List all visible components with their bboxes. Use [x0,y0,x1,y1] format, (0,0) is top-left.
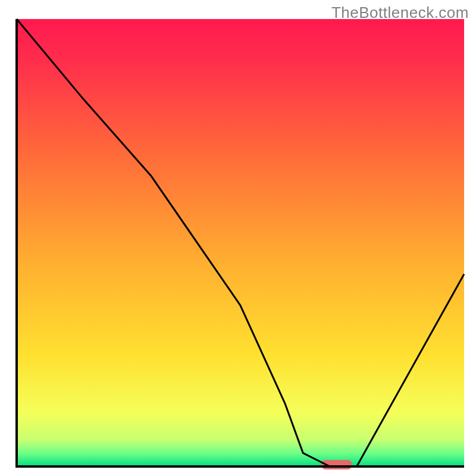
chart-stage: TheBottleneck.com [0,0,476,476]
plot-background [17,19,464,466]
watermark-text: TheBottleneck.com [331,4,469,22]
bottleneck-chart [0,0,476,476]
